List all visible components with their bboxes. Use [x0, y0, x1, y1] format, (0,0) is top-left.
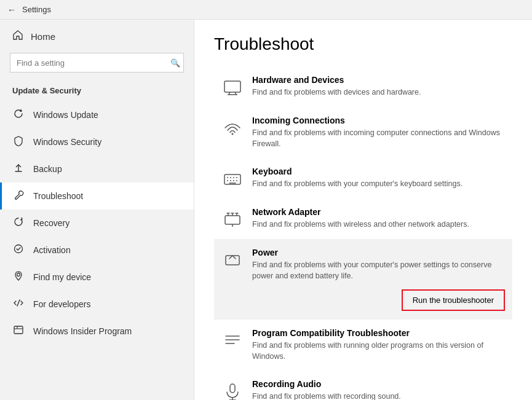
insider-icon: [12, 324, 25, 338]
refresh-icon: [12, 108, 25, 122]
program-compatibility-name: Program Compatibility Troubleshooter: [252, 328, 505, 338]
recording-audio-icon: [221, 380, 244, 400]
sidebar-item-windows-security[interactable]: Windows Security: [0, 128, 194, 155]
developers-icon: [12, 297, 25, 311]
activation-icon: [12, 243, 25, 257]
svg-point-3: [17, 273, 20, 276]
power-desc: Find and fix problems with your computer…: [252, 259, 505, 281]
network-adapter-name: Network Adapter: [252, 207, 505, 217]
run-troubleshooter-button[interactable]: Run the troubleshooter: [402, 289, 505, 311]
search-input[interactable]: [10, 53, 184, 73]
program-compatibility-icon: [221, 329, 244, 351]
svg-line-4: [17, 300, 20, 306]
sidebar-item-troubleshoot[interactable]: Troubleshoot: [0, 182, 194, 210]
list-item-program-compatibility: Program Compatibility Troubleshooter Fin…: [214, 320, 512, 371]
main-layout: Home 🔍 Update & Security Windows Update: [0, 20, 532, 400]
incoming-connections-icon: [221, 117, 244, 139]
search-box: 🔍: [10, 53, 184, 73]
svg-rect-31: [226, 256, 239, 265]
sidebar-item-windows-security-label: Windows Security: [33, 137, 101, 147]
recovery-icon: [12, 216, 25, 230]
svg-point-2: [15, 245, 23, 253]
power-icon: [221, 249, 244, 271]
recording-audio-desc: Find and fix problems with recording sou…: [252, 391, 505, 400]
hardware-icon: [221, 76, 244, 98]
list-item-recording-audio: Recording Audio Find and fix problems wi…: [214, 371, 512, 400]
network-adapter-icon: [221, 208, 244, 230]
page-title: Troubleshoot: [214, 34, 512, 54]
network-adapter-desc: Find and fix problems with wireless and …: [252, 219, 505, 230]
keyboard-name: Keyboard: [252, 167, 505, 176]
search-icon[interactable]: 🔍: [170, 58, 180, 68]
find-device-icon: [12, 270, 25, 284]
back-button[interactable]: ←: [7, 5, 16, 15]
sidebar-item-windows-update[interactable]: Windows Update: [0, 101, 194, 128]
svg-rect-35: [230, 384, 235, 393]
sidebar-section-title: Update & Security: [0, 81, 194, 101]
sidebar-item-home[interactable]: Home: [0, 20, 194, 50]
list-item-power: Power Find and fix problems with your co…: [214, 239, 512, 319]
shield-icon: [12, 135, 25, 149]
wrench-icon: [12, 189, 25, 203]
sidebar-item-windows-insider-label: Windows Insider Program: [33, 326, 132, 336]
svg-rect-8: [224, 81, 240, 92]
svg-rect-23: [225, 216, 240, 224]
list-item-incoming-connections: Incoming Connections Find and fix proble…: [214, 107, 512, 158]
hardware-desc: Find and fix problems with devices and h…: [252, 87, 505, 98]
keyboard-desc: Find and fix problems with your computer…: [252, 178, 505, 189]
sidebar-item-find-my-device-label: Find my device: [33, 272, 91, 282]
sidebar-item-backup-label: Backup: [33, 164, 62, 174]
hardware-name: Hardware and Devices: [252, 75, 505, 85]
incoming-connections-name: Incoming Connections: [252, 116, 505, 125]
sidebar-item-windows-insider[interactable]: Windows Insider Program: [0, 318, 194, 345]
sidebar: Home 🔍 Update & Security Windows Update: [0, 20, 194, 400]
incoming-connections-desc: Find and fix problems with incoming comp…: [252, 127, 505, 149]
sidebar-item-recovery-label: Recovery: [33, 218, 69, 228]
titlebar: ← Settings: [0, 0, 532, 20]
list-item-keyboard: Keyboard Find and fix problems with your…: [214, 158, 512, 198]
sidebar-item-find-my-device[interactable]: Find my device: [0, 264, 194, 291]
sidebar-item-activation[interactable]: Activation: [0, 237, 194, 264]
recording-audio-name: Recording Audio: [252, 379, 505, 389]
sidebar-item-for-developers-label: For developers: [33, 299, 90, 309]
sidebar-item-windows-update-label: Windows Update: [33, 110, 98, 120]
sidebar-item-activation-label: Activation: [33, 245, 71, 255]
keyboard-icon: [221, 168, 244, 190]
content-area: Troubleshoot Hardware and Devices Find a…: [194, 20, 532, 400]
list-item-network-adapter: Network Adapter Find and fix problems wi…: [214, 198, 512, 239]
svg-point-12: [232, 133, 234, 135]
program-compatibility-desc: Find and fix problems with running older…: [252, 340, 505, 362]
titlebar-title: Settings: [22, 5, 51, 14]
list-item-hardware: Hardware and Devices Find and fix proble…: [214, 66, 512, 107]
troubleshoot-list: Hardware and Devices Find and fix proble…: [214, 66, 512, 400]
svg-rect-5: [14, 326, 23, 334]
home-icon: [12, 29, 23, 43]
sidebar-item-recovery[interactable]: Recovery: [0, 210, 194, 237]
power-name: Power: [252, 248, 505, 257]
sidebar-item-backup[interactable]: Backup: [0, 155, 194, 182]
backup-icon: [12, 162, 25, 176]
sidebar-home-label: Home: [31, 31, 55, 42]
sidebar-item-troubleshoot-label: Troubleshoot: [33, 191, 83, 201]
sidebar-item-for-developers[interactable]: For developers: [0, 291, 194, 318]
